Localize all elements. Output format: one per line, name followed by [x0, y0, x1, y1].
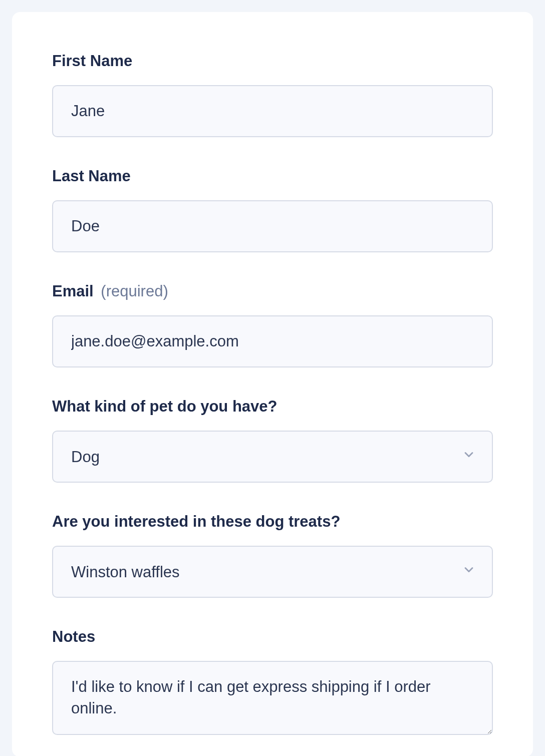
notes-label: Notes [52, 628, 493, 646]
email-required-hint: (required) [101, 282, 168, 300]
pet-kind-field: What kind of pet do you have? Dog [52, 398, 493, 483]
first-name-input[interactable] [52, 85, 493, 137]
first-name-field: First Name [52, 52, 493, 137]
treats-select-wrap: Winston waffles [52, 546, 493, 598]
form-card: First Name Last Name Email (required) Wh… [12, 12, 533, 756]
email-label-text: Email [52, 282, 94, 300]
treats-field: Are you interested in these dog treats? … [52, 513, 493, 598]
treats-label: Are you interested in these dog treats? [52, 513, 493, 531]
email-input[interactable] [52, 315, 493, 367]
pet-kind-select-wrap: Dog [52, 431, 493, 483]
notes-field: Notes I'd like to know if I can get expr… [52, 628, 493, 737]
last-name-field: Last Name [52, 167, 493, 252]
first-name-label: First Name [52, 52, 493, 70]
email-label: Email (required) [52, 282, 493, 300]
pet-kind-label: What kind of pet do you have? [52, 398, 493, 416]
email-field: Email (required) [52, 282, 493, 367]
notes-textarea[interactable]: I'd like to know if I can get express sh… [52, 661, 493, 735]
last-name-input[interactable] [52, 200, 493, 252]
pet-kind-select[interactable]: Dog [53, 432, 492, 482]
treats-select[interactable]: Winston waffles [53, 547, 492, 597]
last-name-label: Last Name [52, 167, 493, 185]
